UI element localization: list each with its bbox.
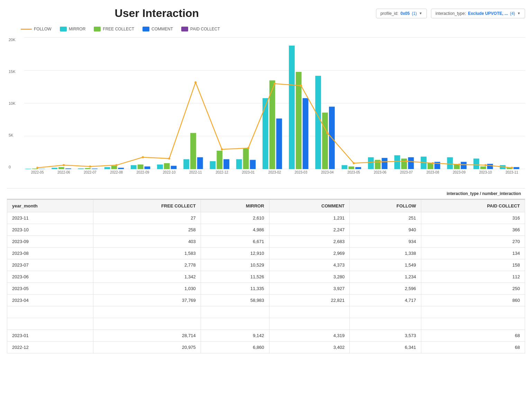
cell-follow: 251	[350, 212, 421, 224]
cell-comment: 2,247	[269, 224, 350, 236]
table-header-note-text: interaction_type / number_interaction	[447, 191, 521, 196]
cell-mirror: 12,910	[201, 248, 269, 259]
profile-id-label: profile_id:	[380, 11, 398, 16]
cell-paid-collect: 68	[421, 342, 525, 353]
cell-mirror: 6,671	[201, 236, 269, 248]
table-section: interaction_type / number_interaction ye…	[7, 188, 525, 353]
cell-year-month: 2023-06	[7, 271, 93, 283]
cell-comment: 1,231	[269, 212, 350, 224]
chart-legend: FOLLOW MIRROR FREE COLLECT COMMENT PAID …	[7, 27, 525, 31]
cell-mirror: 9,142	[201, 330, 269, 342]
cell-paid-collect: 74	[421, 318, 525, 330]
cell-follow: 2,596	[350, 283, 421, 295]
profile-id-value: 0x05	[401, 11, 410, 16]
table-row: 2023-0287,30936,56415,18312,95174	[7, 318, 525, 330]
cell-comment: 3,402	[269, 342, 350, 353]
interaction-type-filter[interactable]: interaction_type: Exclude UPVOTE, ... (4…	[431, 9, 525, 18]
cell-comment: 3,280	[269, 271, 350, 283]
col-paid-collect: PAID COLLECT	[421, 200, 525, 212]
x-label: 2023-06	[367, 170, 393, 174]
cell-paid-collect: 112	[421, 271, 525, 283]
cell-follow: 3,573	[350, 330, 421, 342]
x-label: 2022-05	[24, 170, 51, 174]
cell-free-collect: 1,030	[93, 283, 201, 295]
y-label-15k: 15K	[9, 69, 16, 74]
x-label: 2022-08	[103, 170, 130, 174]
table-row: 2023-11272,6101,231251316	[7, 212, 525, 224]
cell-free-collect: 87,309	[93, 318, 201, 330]
cell-mirror: 36,564	[201, 318, 269, 330]
cell-paid-collect: 158	[421, 259, 525, 271]
cell-comment: 3,927	[269, 283, 350, 295]
table-row: 2023-0128,7149,1424,3193,57368	[7, 330, 525, 342]
y-label-20k: 20K	[9, 38, 16, 42]
cell-free-collect: 108,955	[93, 306, 201, 318]
col-free-collect: FREE COLLECT	[93, 200, 201, 212]
table-row: 2023-072,77810,5294,3731,549158	[7, 259, 525, 271]
x-label: 2023-04	[314, 170, 340, 174]
cell-mirror: 11,526	[201, 271, 269, 283]
follow-label: FOLLOW	[34, 27, 52, 31]
cell-year-month: 2022-12	[7, 342, 93, 353]
table-row: 2023-03108,955102,70029,58612,308540	[7, 306, 525, 318]
comment-box-icon	[143, 27, 149, 31]
legend-free-collect: FREE COLLECT	[94, 27, 134, 31]
cell-year-month: 2023-09	[7, 236, 93, 248]
x-label: 2023-10	[472, 170, 498, 174]
paid-collect-label: PAID COLLECT	[190, 27, 220, 31]
legend-mirror: MIRROR	[60, 27, 86, 31]
cell-comment: 15,183	[269, 318, 350, 330]
interaction-type-arrow: ▼	[517, 11, 521, 15]
cell-follow: 6,341	[350, 342, 421, 353]
paid-collect-box-icon	[181, 27, 188, 31]
cell-free-collect: 20,975	[93, 342, 201, 353]
legend-paid-collect: PAID COLLECT	[181, 27, 220, 31]
table-header-note: interaction_type / number_interaction	[7, 188, 525, 200]
grid-line-0	[24, 169, 525, 169]
cell-mirror: 102,700	[201, 306, 269, 318]
cell-comment: 2,683	[269, 236, 350, 248]
profile-id-arrow: ▼	[419, 11, 422, 15]
cell-comment: 4,373	[269, 259, 350, 271]
page-container: User Interaction profile_id: 0x05 (1) ▼ …	[0, 0, 532, 360]
col-mirror: MIRROR	[201, 200, 269, 212]
interaction-type-value: Exclude UPVOTE, ...	[468, 11, 508, 16]
col-follow: FOLLOW	[350, 200, 421, 212]
x-label: 2022-06	[51, 170, 77, 174]
cell-year-month: 2023-01	[7, 330, 93, 342]
x-label: 2022-10	[156, 170, 182, 174]
cell-year-month: 2023-04	[7, 295, 93, 306]
x-label: 2023-03	[288, 170, 314, 174]
cell-comment: 2,969	[269, 248, 350, 259]
cell-follow: 940	[350, 224, 421, 236]
cell-paid-collect: 270	[421, 236, 525, 248]
cell-mirror: 2,610	[201, 212, 269, 224]
table-row: 2022-1220,9756,8603,4026,34168	[7, 342, 525, 353]
table-row: 2023-0437,76958,98322,8214,717860	[7, 295, 525, 306]
profile-id-filter[interactable]: profile_id: 0x05 (1) ▼	[376, 9, 427, 18]
cell-free-collect: 37,769	[93, 295, 201, 306]
x-label: 2023-07	[393, 170, 420, 174]
cell-follow: 934	[350, 236, 421, 248]
cell-mirror: 58,983	[201, 295, 269, 306]
profile-id-count: (1)	[412, 11, 417, 16]
chart-inner: 0 5K 10K 15K 20K	[24, 38, 525, 169]
cell-free-collect: 1,583	[93, 248, 201, 259]
table-row: 2023-061,34211,5263,2801,234112	[7, 271, 525, 283]
cell-paid-collect: 250	[421, 283, 525, 295]
cell-follow: 1,549	[350, 259, 421, 271]
y-label-5k: 5K	[9, 133, 16, 137]
cell-year-month: 2023-08	[7, 248, 93, 259]
cell-year-month: 2023-05	[7, 283, 93, 295]
cell-mirror: 10,529	[201, 259, 269, 271]
grid-line-50	[24, 103, 525, 103]
grid-line-25	[24, 136, 525, 136]
y-axis: 0 5K 10K 15K 20K	[9, 38, 16, 169]
x-label: 2022-09	[130, 170, 156, 174]
cell-comment: 29,586	[269, 306, 350, 318]
cell-mirror: 11,335	[201, 283, 269, 295]
col-comment: COMMENT	[269, 200, 350, 212]
table-row: 2023-051,03011,3353,9272,596250	[7, 283, 525, 295]
table-row: 2023-081,58312,9102,9691,338134	[7, 248, 525, 259]
comment-label: COMMENT	[152, 27, 173, 31]
